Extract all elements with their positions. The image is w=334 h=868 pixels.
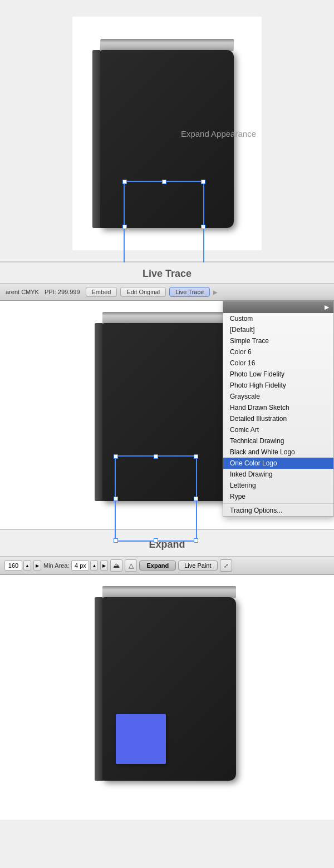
dropdown-item-photo-low[interactable]: Photo Low Fidelity <box>223 369 333 380</box>
book-top-1 <box>100 39 234 51</box>
expand-section: Expand ▲ ▶ Min Area: ▲ ▶ ⛰ △ Expand Live… <box>0 530 334 820</box>
expand-appearance-label: Expand Appearance <box>181 129 256 138</box>
dropdown-item-photo-high[interactable]: Photo High Fidelity <box>223 380 333 391</box>
selection-handle-tm[interactable] <box>162 180 166 184</box>
expand-appearance-section: Expand Appearance <box>0 0 334 261</box>
sel2-handle-ml[interactable] <box>114 497 118 501</box>
live-trace-toolbar: arent CMYK PPI: 299.999 Embed Edit Origi… <box>0 283 334 301</box>
dropdown-item-hand-drawn[interactable]: Hand Drawn Sketch <box>223 402 333 413</box>
book-top-2 <box>102 312 236 324</box>
book-cover-1 <box>100 50 234 228</box>
min-area-stepper-btn[interactable]: ▲ <box>90 561 98 571</box>
expand-toolbar: ▲ ▶ Min Area: ▲ ▶ ⛰ △ Expand Live Paint … <box>0 556 334 575</box>
dropdown-item-technical[interactable]: Technical Drawing <box>223 435 333 447</box>
live-trace-button[interactable]: Live Trace <box>169 287 210 297</box>
expand-main-button[interactable]: Expand <box>139 561 176 571</box>
edit-original-button[interactable]: Edit Original <box>120 287 166 297</box>
live-trace-text: Live Trace <box>143 268 191 279</box>
dropdown-item-color16[interactable]: Color 16 <box>223 358 333 369</box>
blue-patch <box>116 714 166 764</box>
sel2-handle-bm[interactable] <box>154 538 158 543</box>
sel2-handle-tl[interactable] <box>114 454 118 459</box>
embed-button[interactable]: Embed <box>86 287 117 297</box>
sel2-handle-mr[interactable] <box>194 497 198 501</box>
selection-box-1 <box>124 181 204 272</box>
selection-box-2 <box>115 455 197 542</box>
min-area-input[interactable] <box>71 561 89 571</box>
canvas-area-2: ▶ Custom [Default] Simple Trace Color 6 … <box>0 301 334 529</box>
book-container-2 <box>95 312 239 518</box>
stepper-right-arrow[interactable]: ▶ <box>33 561 41 571</box>
selection-handle-mr[interactable] <box>201 225 205 229</box>
live-trace-dropdown: ▶ Custom [Default] Simple Trace Color 6 … <box>223 301 334 517</box>
live-trace-label-top: Live Trace <box>0 262 334 283</box>
mountain-icon-btn[interactable]: ⛰ <box>110 559 122 572</box>
toolbar-dropdown-arrow[interactable]: ▶ <box>213 289 218 295</box>
dropdown-header: ▶ <box>223 301 333 313</box>
book-container-3 <box>95 586 239 803</box>
canvas-area-1: Expand Appearance <box>72 17 262 250</box>
sel2-handle-bl[interactable] <box>114 538 118 543</box>
canvas-area-3 <box>0 575 334 820</box>
dropdown-item-comic-art[interactable]: Comic Art <box>223 424 333 435</box>
dropdown-item-tracing-options[interactable]: Tracing Options... <box>223 505 333 516</box>
four-arrows-btn[interactable]: ⤢ <box>220 559 232 572</box>
selection-handle-tr[interactable] <box>201 180 205 184</box>
dropdown-item-simple-trace[interactable]: Simple Trace <box>223 335 333 346</box>
dropdown-item-one-color[interactable]: One Color Logo <box>223 458 333 469</box>
color-info: arent CMYK <box>6 289 39 295</box>
stepper-input[interactable] <box>4 561 22 571</box>
stepper-up[interactable]: ▲ <box>23 561 31 571</box>
selection-handle-tl[interactable] <box>122 180 127 184</box>
dropdown-divider <box>223 503 333 504</box>
book-cover-2 <box>102 323 236 501</box>
dropdown-item-detailed[interactable]: Detailed Illustration <box>223 413 333 424</box>
value-stepper: ▲ <box>4 561 31 571</box>
selection-handle-ml[interactable] <box>122 225 127 229</box>
dropdown-close-arrow[interactable]: ▶ <box>325 304 329 311</box>
dropdown-item-grayscale[interactable]: Grayscale <box>223 391 333 402</box>
ppi-info: PPI: 299.999 <box>45 289 80 295</box>
sel2-handle-br[interactable] <box>194 538 198 543</box>
sel2-handle-tr[interactable] <box>194 454 198 459</box>
dropdown-item-custom[interactable]: Custom <box>223 313 333 324</box>
min-area-arrow[interactable]: ▶ <box>100 561 108 571</box>
expand-appearance-text: Expand Appearance <box>181 129 256 138</box>
dropdown-item-inked[interactable]: Inked Drawing <box>223 469 333 480</box>
dropdown-item-color6[interactable]: Color 6 <box>223 346 333 358</box>
min-area-label: Min Area: <box>43 562 69 569</box>
sel2-handle-tm[interactable] <box>154 454 158 459</box>
book-top-3 <box>102 586 236 598</box>
min-area-stepper: ▲ <box>71 561 98 571</box>
book-cover-3 <box>102 597 236 781</box>
dropdown-item-bw-logo[interactable]: Black and White Logo <box>223 447 333 458</box>
live-paint-button[interactable]: Live Paint <box>178 561 217 571</box>
live-trace-section: Live Trace arent CMYK PPI: 299.999 Embed… <box>0 262 334 529</box>
dropdown-item-rype[interactable]: Rype <box>223 491 333 502</box>
dropdown-item-default[interactable]: [Default] <box>223 324 333 335</box>
dropdown-item-lettering[interactable]: Lettering <box>223 480 333 491</box>
mountain-outline-icon-btn[interactable]: △ <box>125 559 137 572</box>
